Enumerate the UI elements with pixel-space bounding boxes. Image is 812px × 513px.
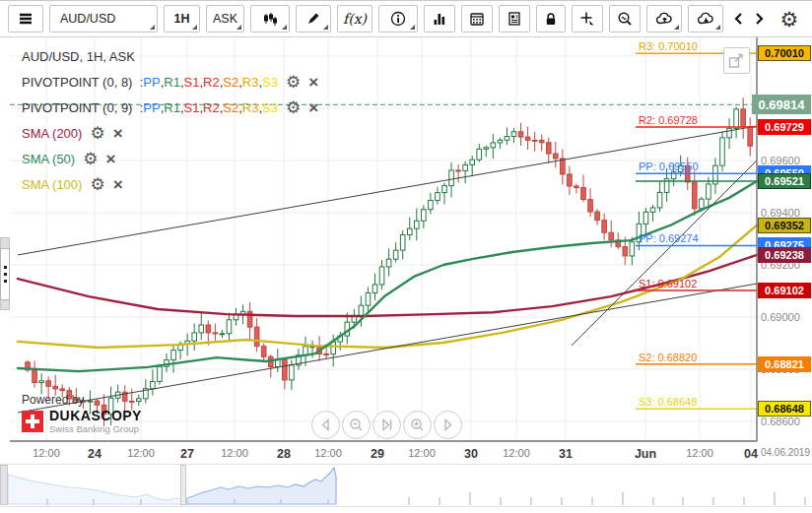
indicator-name: SMA (200) (22, 126, 82, 141)
pivot-series-label: S2 (223, 75, 238, 90)
load-from-cloud-button[interactable] (688, 5, 723, 32)
zoom-out-icon (347, 416, 366, 434)
chevron-down-icon (282, 25, 287, 30)
powered-by-label: Powered by (22, 393, 142, 407)
lock-icon (542, 10, 560, 28)
gear-icon[interactable]: ⚙ (286, 74, 301, 91)
save-to-cloud-button[interactable] (646, 5, 682, 32)
pivot-series-label: R3 (242, 100, 259, 115)
y-axis-tick-label: 0.69600 (761, 155, 800, 166)
cloud-upload-icon (655, 10, 674, 28)
pivot-series-label: PP (143, 100, 160, 115)
go-to-latest-button[interactable] (372, 411, 401, 439)
separator: : (132, 100, 143, 115)
chart-type-button[interactable] (250, 5, 290, 32)
svg-text:PP: 0.69550: PP: 0.69550 (639, 160, 699, 172)
time-axis-label: 12:00 (221, 447, 248, 459)
settings-button[interactable]: ⚙ (775, 5, 804, 32)
triangle-right-icon (439, 416, 457, 434)
pivot-series-label: PP (143, 75, 160, 90)
close-icon[interactable]: × (113, 125, 123, 142)
gear-icon[interactable]: ⚙ (83, 151, 98, 167)
brand-subtitle: Swiss Banking Group (49, 424, 142, 434)
close-icon[interactable]: × (308, 99, 318, 116)
time-axis-label: 04 (744, 447, 758, 461)
calendar-icon (468, 10, 486, 28)
price-level-tag: 0.68648 (758, 401, 811, 417)
price-level-tag: 0.69521 (758, 173, 811, 189)
chevron-down-icon (237, 25, 241, 30)
draw-pencil-icon (304, 10, 322, 28)
time-axis-label: 28 (277, 447, 291, 461)
current-price-tag: 0.69814 (752, 95, 811, 114)
price-level-tag: 0.69238 (758, 247, 811, 263)
function-button[interactable]: f(x) (337, 5, 372, 32)
calendar-button[interactable] (461, 5, 493, 32)
gear-icon[interactable]: ⚙ (90, 176, 104, 193)
menu-icon (17, 10, 34, 28)
time-axis-label: 12:00 (33, 447, 60, 459)
minimap-selection-handle[interactable] (180, 465, 186, 505)
function-label: f(x) (343, 11, 367, 27)
info-button[interactable] (378, 5, 418, 32)
skip-to-end-icon (377, 416, 396, 434)
triangle-left-icon (316, 416, 335, 434)
instrument-label: AUD/USD (60, 12, 115, 26)
price-level-tag: 0.69729 (758, 119, 811, 135)
news-button[interactable] (499, 5, 530, 32)
gear-icon[interactable]: ⚙ (90, 125, 104, 142)
pivot-series-label: R1 (164, 100, 180, 115)
chart-type-icon (261, 10, 279, 28)
chevron-down-icon (192, 25, 197, 30)
indicator-name: SMA (50) (22, 152, 75, 166)
indicator-name: PIVOTPOINT (0, 9) (22, 100, 132, 115)
swiss-cross-logo (22, 411, 43, 432)
indicator-row: PIVOTPOINT (0, 8) : PP, R1, S1, R2, S2, … (22, 69, 318, 95)
close-icon[interactable]: × (105, 151, 115, 167)
chart-zoom-icon (616, 10, 634, 28)
pivot-series-label: S2 (223, 100, 238, 115)
close-icon[interactable]: × (113, 176, 123, 193)
pivot-series-label: S3 (262, 100, 278, 115)
expand-chart-button[interactable] (723, 47, 750, 74)
lock-button[interactable] (536, 5, 566, 32)
pivot-series-label: R2 (203, 100, 220, 115)
pivot-series-label: R2 (203, 75, 220, 90)
pan-left-button[interactable] (311, 411, 340, 439)
indicator-row: SMA (200)⚙× (22, 120, 318, 146)
chart-zoom-button[interactable] (609, 5, 641, 32)
pivot-series-label: R1 (164, 75, 180, 90)
zoom-in-button[interactable] (403, 411, 432, 439)
forward-button[interactable] (749, 5, 769, 32)
crosshair-button[interactable] (572, 5, 603, 32)
news-icon (506, 10, 523, 28)
y-axis-tick-label: 0.69000 (761, 311, 800, 323)
price-side-select[interactable]: ASK (206, 5, 244, 32)
gear-icon[interactable]: ⚙ (286, 99, 301, 116)
instrument-select[interactable]: AUD/USD (49, 5, 158, 32)
period-label: 1H (174, 12, 190, 26)
cloud-download-icon (697, 10, 715, 28)
chevron-down-icon (715, 25, 720, 30)
back-button[interactable] (729, 5, 749, 32)
svg-text:PP: 0.69274: PP: 0.69274 (639, 232, 699, 244)
indicators-button[interactable] (424, 5, 455, 32)
draw-tool-button[interactable] (296, 5, 331, 32)
time-axis-label: 24 (88, 447, 102, 461)
minimap-left-edge-handle[interactable] (0, 465, 8, 505)
price-level-tag: 0.69352 (758, 218, 811, 233)
pivot-series-label: S1 (184, 100, 200, 115)
pan-right-button[interactable] (434, 411, 462, 439)
period-select[interactable]: 1H (164, 5, 200, 32)
pivot-series-label: R3 (242, 75, 259, 90)
chart-title: AUD/USD, 1H, ASK (22, 43, 318, 69)
indicators-icon (431, 10, 448, 28)
side-panel-grip-handle[interactable] (0, 248, 10, 300)
zoom-out-button[interactable] (342, 411, 371, 439)
close-icon[interactable]: × (308, 74, 318, 91)
indicator-row: SMA (50)⚙× (22, 146, 318, 171)
pivot-series-label: S3 (262, 75, 278, 90)
price-level-tag: 0.69102 (758, 283, 811, 298)
menu-button[interactable] (8, 5, 43, 32)
svg-text:R3: 0.70010: R3: 0.70010 (639, 40, 698, 52)
